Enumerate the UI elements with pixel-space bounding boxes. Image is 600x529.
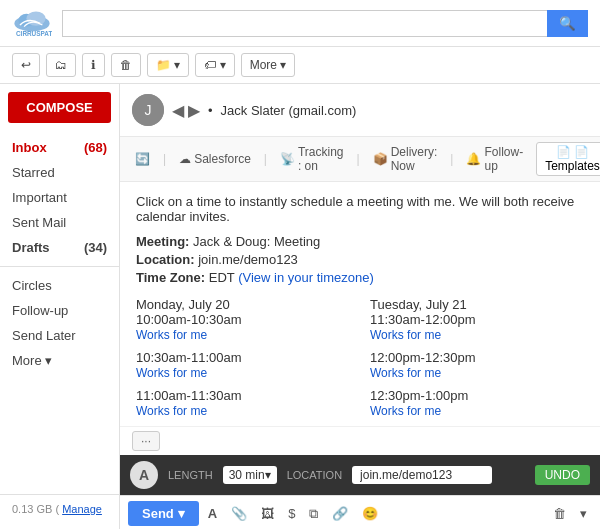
slot-d1-1: 10:30am-11:00am Works for me: [136, 350, 350, 380]
folder-button[interactable]: 📁 ▾: [147, 53, 189, 77]
folder-icon: 📁 ▾: [156, 58, 180, 72]
dollar-button[interactable]: $: [283, 503, 300, 524]
day1-header: Monday, July 20: [136, 297, 350, 312]
photo-button[interactable]: 🖼: [256, 503, 279, 524]
delete-button[interactable]: 🗑: [111, 53, 141, 77]
expand-dots-button[interactable]: ···: [132, 431, 160, 451]
location-input[interactable]: [352, 466, 492, 484]
storage-text: 0.13 GB (: [12, 503, 59, 515]
email-content: J ◀ ▶ • Jack Slater (gmail.com) 🔄 | ☁ Sa…: [120, 84, 600, 529]
send-label: Send: [142, 506, 174, 521]
salesforce-label: Salesforce: [194, 152, 251, 166]
compose-button[interactable]: COMPOSE: [8, 92, 111, 123]
works-d2-1[interactable]: Works for me: [370, 366, 441, 380]
drafts-label: Drafts: [12, 240, 50, 255]
plugin-toolbar: 🔄 | ☁ Salesforce | 📡 Tracking : on | 📦 D…: [120, 137, 600, 182]
tracking-btn[interactable]: 📡 Tracking : on: [275, 143, 349, 175]
circles-label: Circles: [12, 278, 52, 293]
info-icon: ℹ: [91, 58, 96, 72]
timezone-label: Time Zone:: [136, 270, 205, 285]
svg-text:CIRRUSPATH: CIRRUSPATH: [16, 30, 52, 37]
inbox-label: Inbox: [12, 140, 47, 155]
delete-icon: 🗑: [120, 58, 132, 72]
dots-row: ···: [120, 426, 600, 455]
undo-button[interactable]: UNDO: [535, 465, 590, 485]
label-button[interactable]: 🏷 ▾: [195, 53, 234, 77]
more-label: More ▾: [12, 353, 52, 368]
search-icon: 🔍: [559, 16, 576, 31]
day1-column: Monday, July 20 10:00am-10:30am Works fo…: [136, 297, 350, 426]
location-bar-label: LOCATION: [287, 469, 342, 481]
back-button[interactable]: ↩: [12, 53, 40, 77]
refresh-plugin-btn[interactable]: 🔄: [130, 150, 155, 168]
emoji-button[interactable]: 😊: [357, 503, 383, 524]
time-d2-1: 12:00pm-12:30pm: [370, 350, 584, 365]
delivery-label: Delivery: Now: [391, 145, 438, 173]
send-button[interactable]: Send ▾: [128, 501, 199, 526]
meeting-value: Jack & Doug: Meeting: [193, 234, 320, 249]
search-button[interactable]: 🔍: [547, 10, 588, 37]
time-d1-1: 10:30am-11:00am: [136, 350, 350, 365]
more-rte-button[interactable]: ▾: [575, 503, 592, 524]
meeting-label: Meeting:: [136, 234, 189, 249]
works-d1-2[interactable]: Works for me: [136, 404, 207, 418]
sidebar-item-circles[interactable]: Circles: [0, 273, 119, 298]
trash-button[interactable]: 🗑: [548, 503, 571, 524]
timezone-value: EDT: [209, 270, 235, 285]
bold-button[interactable]: A: [203, 503, 222, 524]
meeting-row: Meeting: Jack & Doug: Meeting: [136, 234, 584, 249]
archive-button[interactable]: 🗂: [46, 53, 76, 77]
time-d2-0: 11:30am-12:00pm: [370, 312, 584, 327]
more-label: More ▾: [250, 58, 287, 72]
works-d2-2[interactable]: Works for me: [370, 404, 441, 418]
attach-button[interactable]: 📎: [226, 503, 252, 524]
info-button[interactable]: ℹ: [82, 53, 105, 77]
followup-icon: 🔔: [466, 152, 481, 166]
back-icon: ↩: [21, 58, 31, 72]
schedule-table: Monday, July 20 10:00am-10:30am Works fo…: [136, 297, 584, 426]
sidebar-item-important[interactable]: Important: [0, 185, 119, 210]
search-input[interactable]: [62, 10, 547, 37]
templates-icon: 📄: [556, 145, 571, 159]
manage-link[interactable]: Manage: [62, 503, 102, 515]
search-bar: 🔍: [62, 10, 588, 37]
prev-email-button[interactable]: ◀: [172, 101, 184, 120]
next-email-button[interactable]: ▶: [188, 101, 200, 120]
sidebar-item-inbox[interactable]: Inbox (68): [0, 135, 119, 160]
sidebar: COMPOSE Inbox (68) Starred Important Sen…: [0, 84, 120, 529]
sidebar-item-followup[interactable]: Follow-up: [0, 298, 119, 323]
tracking-label: Tracking : on: [298, 145, 344, 173]
timezone-row: Time Zone: EDT (View in your timezone): [136, 270, 584, 285]
more-button[interactable]: More ▾: [241, 53, 296, 77]
sidebar-item-sent[interactable]: Sent Mail: [0, 210, 119, 235]
works-d1-0[interactable]: Works for me: [136, 328, 207, 342]
templates-button[interactable]: 📄 📄 Templates: [536, 142, 600, 176]
rte-right-actions: 🗑 ▾: [548, 503, 592, 524]
slot-d2-1: 12:00pm-12:30pm Works for me: [370, 350, 584, 380]
compose-bar: A LENGTH 30 min▾ LOCATION UNDO: [120, 455, 600, 495]
day2-header: Tuesday, July 21: [370, 297, 584, 312]
email-navigation: ◀ ▶: [172, 101, 200, 120]
followup-plugin-label: Follow-up: [484, 145, 523, 173]
sent-label: Sent Mail: [12, 215, 66, 230]
works-d2-0[interactable]: Works for me: [370, 328, 441, 342]
sidebar-item-more[interactable]: More ▾: [0, 348, 119, 373]
tracking-icon: 📡: [280, 152, 295, 166]
time-d1-0: 10:00am-10:30am: [136, 312, 350, 327]
link-button[interactable]: 🔗: [327, 503, 353, 524]
works-d1-1[interactable]: Works for me: [136, 366, 207, 380]
delivery-btn[interactable]: 📦 Delivery: Now: [368, 143, 443, 175]
sidebar-item-drafts[interactable]: Drafts (34): [0, 235, 119, 260]
sidebar-item-starred[interactable]: Starred: [0, 160, 119, 185]
length-selector[interactable]: 30 min▾: [223, 466, 277, 484]
sidebar-item-sendlater[interactable]: Send Later: [0, 323, 119, 348]
salesforce-btn[interactable]: ☁ Salesforce: [174, 150, 256, 168]
meeting-info: Meeting: Jack & Doug: Meeting Location: …: [136, 234, 584, 285]
location-row: Location: join.me/demo123: [136, 252, 584, 267]
copy-button[interactable]: ⧉: [304, 503, 323, 525]
intro-text: Click on a time to instantly schedule a …: [136, 194, 584, 224]
time-d2-2: 12:30pm-1:00pm: [370, 388, 584, 403]
followup-plugin-btn[interactable]: 🔔 Follow-up: [461, 143, 528, 175]
timezone-link[interactable]: (View in your timezone): [238, 270, 374, 285]
main-content: COMPOSE Inbox (68) Starred Important Sen…: [0, 84, 600, 529]
